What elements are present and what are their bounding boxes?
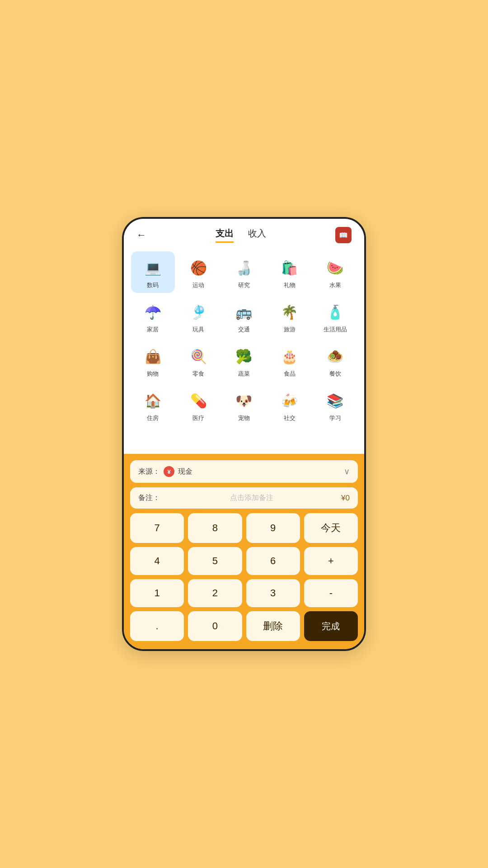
calculator-area: 来源： ¥ 现金 ∨ 备注： 点击添加备注 ¥0 789今天456+123-.0…	[124, 454, 364, 649]
category-icon-housing: 🏠	[141, 389, 164, 412]
category-item-sports[interactable]: 🏀 运动	[177, 251, 221, 293]
numpad-key-9[interactable]: 9	[246, 513, 300, 543]
numpad-key-5[interactable]: 5	[188, 547, 242, 575]
category-label-medical: 医疗	[192, 414, 204, 422]
category-icon-food: 🎂	[278, 344, 301, 368]
category-icon-study: 📚	[324, 389, 347, 412]
category-icon-transport: 🚌	[232, 300, 256, 324]
category-icon-daily: 🧴	[324, 300, 347, 324]
category-label-transport: 交通	[238, 326, 250, 334]
category-icon-toys: 🎐	[187, 300, 210, 324]
category-item-fruits[interactable]: 🍉 水果	[313, 251, 357, 293]
numpad-key-7[interactable]: 7	[130, 513, 184, 543]
category-item-veggie[interactable]: 🥦 蔬菜	[222, 340, 266, 382]
category-icon-snacks: 🍭	[187, 344, 210, 368]
category-grid: 💻 数码 🏀 运动 🍶 研究 🛍️ 礼物 🍉 水果 ☂️ 家居 🎐 玩具 🚌 交…	[124, 247, 364, 454]
source-label: 来源：	[138, 467, 160, 476]
category-icon-dining: 🧆	[324, 344, 347, 368]
category-item-travel[interactable]: 🌴 旅游	[267, 296, 311, 337]
category-label-gifts: 礼物	[284, 281, 296, 289]
category-icon-veggie: 🥦	[232, 344, 256, 368]
category-label-snacks: 零食	[192, 370, 204, 378]
category-label-study: 学习	[329, 414, 341, 422]
category-item-transport[interactable]: 🚌 交通	[222, 296, 266, 337]
category-label-dining: 餐饮	[329, 370, 341, 378]
category-label-shopping: 购物	[147, 370, 159, 378]
category-label-food: 食品	[284, 370, 296, 378]
category-label-social: 社交	[284, 414, 296, 422]
category-label-pet: 宠物	[238, 414, 250, 422]
category-label-research: 研究	[238, 281, 250, 289]
numpad-key-.[interactable]: .	[130, 611, 184, 641]
amount-display: ¥0	[341, 494, 350, 503]
numpad: 789今天456+123-.0删除完成	[130, 513, 358, 641]
note-label: 备注：	[138, 493, 160, 503]
category-item-daily[interactable]: 🧴 生活用品	[313, 296, 357, 337]
yuan-icon: ¥	[164, 466, 174, 477]
category-item-toys[interactable]: 🎐 玩具	[177, 296, 221, 337]
category-icon-social: 🍻	[278, 389, 301, 412]
category-label-digital: 数码	[147, 281, 159, 289]
category-item-housing[interactable]: 🏠 住房	[131, 384, 175, 426]
category-icon-shopping: 👜	[141, 344, 164, 368]
book-icon[interactable]: 📖	[335, 227, 352, 243]
category-item-snacks[interactable]: 🍭 零食	[177, 340, 221, 382]
numpad-key-2[interactable]: 2	[188, 579, 242, 607]
category-item-study[interactable]: 📚 学习	[313, 384, 357, 426]
numpad-key--[interactable]: -	[304, 579, 358, 607]
numpad-key-6[interactable]: 6	[246, 547, 300, 575]
category-label-sports: 运动	[192, 281, 204, 289]
header: ← 支出 收入 📖	[124, 219, 364, 247]
header-tabs: 支出 收入	[216, 227, 266, 243]
category-item-gifts[interactable]: 🛍️ 礼物	[267, 251, 311, 293]
category-label-home: 家居	[147, 326, 159, 334]
numpad-key-1[interactable]: 1	[130, 579, 184, 607]
tab-expense[interactable]: 支出	[216, 227, 234, 243]
category-icon-gifts: 🛍️	[278, 256, 301, 279]
category-label-daily: 生活用品	[324, 326, 347, 334]
numpad-key-今天[interactable]: 今天	[304, 513, 358, 543]
category-icon-travel: 🌴	[278, 300, 301, 324]
category-label-toys: 玩具	[192, 326, 204, 334]
category-item-pet[interactable]: 🐶 宠物	[222, 384, 266, 426]
category-item-home[interactable]: ☂️ 家居	[131, 296, 175, 337]
category-item-social[interactable]: 🍻 社交	[267, 384, 311, 426]
source-row[interactable]: 来源： ¥ 现金 ∨	[130, 460, 358, 483]
tab-income[interactable]: 收入	[248, 227, 266, 243]
back-button[interactable]: ←	[136, 229, 146, 241]
category-item-digital[interactable]: 💻 数码	[131, 251, 175, 293]
category-item-dining[interactable]: 🧆 餐饮	[313, 340, 357, 382]
category-label-fruits: 水果	[329, 281, 341, 289]
category-label-travel: 旅游	[284, 326, 296, 334]
category-icon-medical: 💊	[187, 389, 210, 412]
category-icon-home: ☂️	[141, 300, 164, 324]
category-icon-digital: 💻	[141, 256, 164, 279]
category-icon-research: 🍶	[232, 256, 256, 279]
category-item-medical[interactable]: 💊 医疗	[177, 384, 221, 426]
numpad-key-完成[interactable]: 完成	[304, 611, 358, 641]
category-icon-pet: 🐶	[232, 389, 256, 412]
numpad-key-+[interactable]: +	[304, 547, 358, 575]
category-item-food[interactable]: 🎂 食品	[267, 340, 311, 382]
category-icon-sports: 🏀	[187, 256, 210, 279]
numpad-key-8[interactable]: 8	[188, 513, 242, 543]
phone-shell: ← 支出 收入 📖 💻 数码 🏀 运动 🍶 研究 🛍️ 礼物 🍉 水果 ☂️ 家…	[122, 217, 366, 651]
note-row[interactable]: 备注： 点击添加备注 ¥0	[130, 487, 358, 509]
source-value: 现金	[178, 467, 192, 476]
category-item-shopping[interactable]: 👜 购物	[131, 340, 175, 382]
category-item-research[interactable]: 🍶 研究	[222, 251, 266, 293]
category-label-veggie: 蔬菜	[238, 370, 250, 378]
category-icon-fruits: 🍉	[324, 256, 347, 279]
numpad-key-3[interactable]: 3	[246, 579, 300, 607]
numpad-key-4[interactable]: 4	[130, 547, 184, 575]
category-label-housing: 住房	[147, 414, 159, 422]
numpad-key-0[interactable]: 0	[188, 611, 242, 641]
chevron-down-icon: ∨	[344, 467, 350, 476]
note-placeholder: 点击添加备注	[230, 493, 273, 503]
numpad-key-删除[interactable]: 删除	[246, 611, 300, 641]
